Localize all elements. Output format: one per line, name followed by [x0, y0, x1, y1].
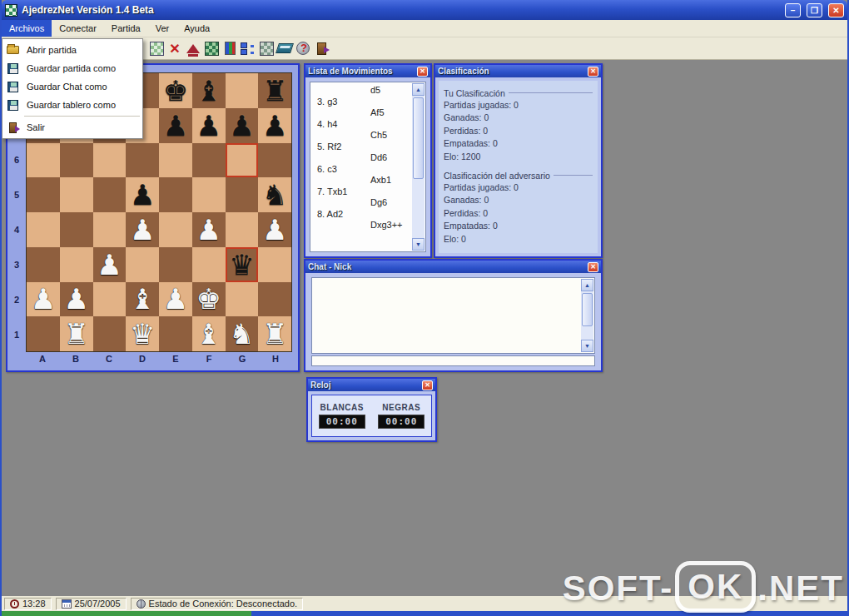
- board-square-h1[interactable]: ♜: [258, 316, 291, 351]
- moves-scrollbar[interactable]: ▲ ▼: [412, 83, 424, 251]
- file-menu-item-guardar-tablero-como[interactable]: Guardar tablero como: [2, 96, 142, 114]
- board-square-e8[interactable]: ♚: [159, 73, 192, 108]
- close-button[interactable]: ✕: [828, 3, 844, 17]
- toolbar-button-arrow-up[interactable]: [184, 40, 202, 57]
- minimize-button[interactable]: –: [785, 3, 801, 17]
- white-knight-g1[interactable]: ♞: [229, 320, 254, 348]
- toolbar-button-gray-board[interactable]: [257, 40, 276, 57]
- chat-close-icon[interactable]: ✕: [588, 262, 598, 272]
- black-pawn-d5[interactable]: ♟: [130, 181, 155, 209]
- moves-listbox[interactable]: 3. g34. h45. Rf26. c37. Txb18. Ad2 d5Af5…: [310, 82, 426, 252]
- board-square-h5[interactable]: ♞: [258, 177, 291, 212]
- moves-close-icon[interactable]: ✕: [417, 67, 428, 77]
- board-square-f7[interactable]: ♟: [192, 108, 226, 143]
- board-square-c2[interactable]: [93, 282, 127, 317]
- rating-close-icon[interactable]: ✕: [588, 67, 598, 77]
- white-pawn-e2[interactable]: ♟: [163, 285, 188, 313]
- black-bishop-f8[interactable]: ♝: [196, 77, 221, 105]
- board-square-f3[interactable]: [192, 247, 226, 282]
- scroll-down-icon[interactable]: ▼: [412, 238, 424, 251]
- board-square-g1[interactable]: ♞: [226, 316, 259, 351]
- scroll-up-icon[interactable]: ▲: [412, 83, 424, 96]
- board-square-c1[interactable]: [93, 316, 127, 351]
- board-square-g5[interactable]: [226, 177, 259, 212]
- board-square-b6[interactable]: [60, 143, 93, 178]
- chat-scrollbar-thumb[interactable]: [582, 293, 593, 326]
- board-square-e3[interactable]: [159, 247, 192, 282]
- board-square-h6[interactable]: [258, 143, 291, 178]
- board-square-h2[interactable]: [258, 282, 291, 317]
- file-menu-item-salir[interactable]: Salir: [2, 118, 142, 137]
- board-square-e5[interactable]: [159, 177, 192, 212]
- chat-log[interactable]: ▲ ▼: [311, 277, 595, 354]
- board-square-a6[interactable]: [27, 143, 60, 178]
- toolbar-button-move-list[interactable]: [239, 40, 257, 57]
- menu-item-partida[interactable]: Partida: [104, 20, 148, 37]
- board-square-e4[interactable]: [159, 212, 192, 247]
- white-pawn-d4[interactable]: ♟: [130, 216, 155, 244]
- toolbar-button-book[interactable]: [276, 40, 294, 57]
- clock-window-titlebar[interactable]: Reloj ✕: [308, 379, 435, 391]
- white-pawn-f4[interactable]: ♟: [196, 216, 221, 244]
- black-pawn-f7[interactable]: ♟: [196, 112, 221, 140]
- white-pawn-h4[interactable]: ♟: [262, 216, 287, 244]
- board-square-h4[interactable]: ♟: [258, 212, 291, 247]
- white-rook-b1[interactable]: ♜: [63, 320, 88, 348]
- menu-item-archivos[interactable]: Archivos: [2, 20, 52, 37]
- board-square-a5[interactable]: [27, 177, 60, 212]
- menu-item-ver[interactable]: Ver: [148, 20, 177, 37]
- black-pawn-e7[interactable]: ♟: [163, 112, 188, 140]
- board-square-f6[interactable]: [192, 143, 226, 178]
- board-square-b1[interactable]: ♜: [60, 316, 93, 351]
- board-square-f2[interactable]: ♚: [192, 282, 226, 317]
- file-menu-item-abrir-partida[interactable]: Abrir partida: [2, 41, 142, 59]
- white-pawn-c3[interactable]: ♟: [97, 251, 122, 279]
- board-square-c6[interactable]: [93, 143, 127, 178]
- board-square-g2[interactable]: [226, 282, 259, 317]
- toolbar-button-color-bars[interactable]: [221, 40, 239, 57]
- moves-window-titlebar[interactable]: Lista de Movimientos ✕: [305, 65, 430, 77]
- toolbar-button-delete-x[interactable]: [166, 40, 184, 57]
- scrollbar-thumb[interactable]: [413, 97, 424, 179]
- white-bishop-d2[interactable]: ♝: [130, 285, 155, 313]
- board-square-a1[interactable]: [27, 316, 60, 351]
- board-square-e6[interactable]: [159, 143, 192, 178]
- menu-item-ayuda[interactable]: Ayuda: [176, 20, 217, 37]
- file-menu-item-guardar-partida-como[interactable]: Guardar partida como: [2, 59, 142, 77]
- board-square-a3[interactable]: [27, 247, 60, 282]
- clock-close-icon[interactable]: ✕: [422, 380, 433, 390]
- menu-item-conectar[interactable]: Conectar: [52, 20, 104, 37]
- toolbar-button-green-board[interactable]: [147, 40, 166, 57]
- board-square-e7[interactable]: ♟: [159, 108, 192, 143]
- white-king-f2[interactable]: ♚: [196, 285, 221, 313]
- white-pawn-a2[interactable]: ♟: [31, 285, 56, 313]
- board-square-a2[interactable]: ♟: [27, 282, 60, 317]
- white-queen-d1[interactable]: ♛: [130, 320, 155, 348]
- board-square-d4[interactable]: ♟: [126, 212, 159, 247]
- black-rook-h8[interactable]: ♜: [262, 77, 287, 105]
- board-square-g6[interactable]: [226, 143, 259, 178]
- chat-scroll-down-icon[interactable]: ▼: [581, 340, 593, 352]
- board-square-d3[interactable]: [126, 247, 159, 282]
- board-square-c5[interactable]: [93, 177, 127, 212]
- black-queen-g3[interactable]: ♛: [229, 251, 254, 279]
- board-square-f5[interactable]: [192, 177, 226, 212]
- chat-scrollbar[interactable]: ▲ ▼: [581, 279, 593, 352]
- board-square-b4[interactable]: [60, 212, 93, 247]
- white-pawn-b2[interactable]: ♟: [63, 285, 88, 313]
- white-rook-h1[interactable]: ♜: [262, 320, 287, 348]
- board-square-c3[interactable]: ♟: [93, 247, 127, 282]
- black-pawn-h7[interactable]: ♟: [262, 112, 287, 140]
- board-square-d2[interactable]: ♝: [126, 282, 159, 317]
- board-square-f1[interactable]: ♝: [192, 316, 226, 351]
- board-square-a4[interactable]: [27, 212, 60, 247]
- board-square-e2[interactable]: ♟: [159, 282, 192, 317]
- rating-window-titlebar[interactable]: Clasificación ✕: [435, 65, 601, 77]
- board-square-b3[interactable]: [60, 247, 93, 282]
- board-square-d1[interactable]: ♛: [126, 316, 159, 351]
- board-square-g8[interactable]: [226, 73, 259, 108]
- board-square-b2[interactable]: ♟: [60, 282, 93, 317]
- board-square-e1[interactable]: [159, 316, 192, 351]
- board-square-f8[interactable]: ♝: [192, 73, 226, 108]
- file-menu-item-guardar-chat-como[interactable]: Guardar Chat como: [2, 77, 142, 96]
